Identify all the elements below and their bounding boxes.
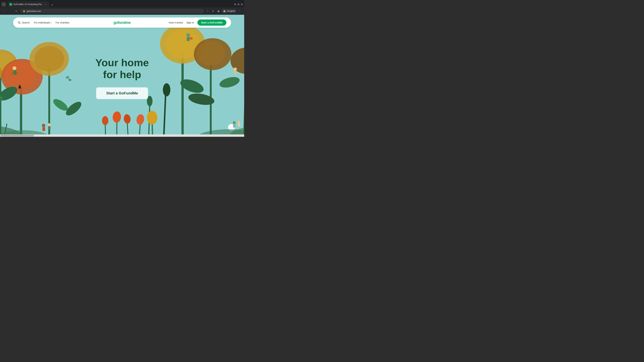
close-button[interactable]: × [241, 3, 243, 5]
hero-title-line1: Your home [95, 57, 149, 68]
website-content: Search For individuals ▾ For charities g… [0, 15, 244, 137]
svg-point-11 [12, 66, 16, 70]
address-bar[interactable]: 🔒 gofundme.com [20, 9, 204, 13]
svg-point-29 [197, 41, 225, 65]
for-charities-link[interactable]: For charities [56, 21, 70, 24]
logo-container[interactable]: gofundme [114, 20, 131, 25]
nav-right: How it works Sign in Start a GoFundMe [169, 19, 226, 26]
svg-point-44 [234, 67, 237, 71]
scrollbar[interactable] [0, 134, 244, 137]
hero-cta-label: Start a GoFundMe [106, 91, 138, 95]
browser-chrome: ⊞ G GoFundMe: #1 Fundraising Pla... × + … [0, 0, 244, 15]
browser-nav-bar: ← → ↻ 🔒 gofundme.com ☆ ⬇ ▣ 🕵 Incognito ⋮ [0, 7, 244, 15]
incognito-label: Incognito [227, 10, 235, 12]
search-link[interactable]: Search [18, 21, 30, 24]
hero-content: Your home for help Start a GoFundMe [95, 57, 149, 99]
split-view-button[interactable]: ▣ [216, 9, 221, 13]
download-button[interactable]: ⬇ [211, 9, 215, 13]
svg-rect-64 [42, 127, 45, 131]
sign-in-label: Sign in [186, 21, 194, 24]
security-icon: 🔒 [23, 10, 25, 12]
svg-point-65 [48, 123, 51, 126]
tab-switcher-button[interactable]: ⊞ [1, 2, 6, 7]
refresh-button[interactable]: ↻ [14, 9, 19, 13]
new-tab-button[interactable]: + [50, 3, 54, 7]
maximize-button[interactable]: □ [238, 3, 240, 5]
bookmark-button[interactable]: ☆ [205, 9, 210, 13]
start-button-label: Start a GoFundMe [201, 21, 223, 24]
title-bar: ⊞ G GoFundMe: #1 Fundraising Pla... × + … [0, 0, 244, 7]
hero-cta-button[interactable]: Start a GoFundMe [96, 87, 148, 99]
tab-title: GoFundMe: #1 Fundraising Pla... [14, 3, 43, 5]
gofundme-logo: gofundme [114, 20, 131, 25]
url-display: gofundme.com [27, 10, 201, 12]
tab-group: G GoFundMe: #1 Fundraising Pla... × + [8, 1, 234, 7]
svg-rect-66 [48, 126, 51, 130]
svg-point-59 [102, 116, 108, 125]
window-controls: − □ × [234, 3, 243, 5]
sign-in-link[interactable]: Sign in [186, 21, 194, 24]
how-it-works-link[interactable]: How it works [169, 21, 183, 24]
search-label: Search [22, 21, 30, 24]
svg-point-21 [34, 46, 64, 71]
svg-point-63 [42, 124, 45, 127]
hero-title-line2: for help [103, 69, 141, 80]
tab-close-button[interactable]: × [44, 3, 47, 6]
nav-actions: ☆ ⬇ ▣ 🕵 Incognito ⋮ [205, 9, 242, 13]
active-tab[interactable]: G GoFundMe: #1 Fundraising Pla... × [8, 1, 49, 7]
minimize-button[interactable]: − [234, 3, 236, 5]
how-it-works-label: How it works [169, 21, 183, 24]
svg-rect-43 [190, 37, 192, 39]
for-charities-label: For charities [56, 21, 70, 24]
svg-line-80 [20, 23, 21, 24]
menu-button[interactable]: ⋮ [238, 9, 242, 13]
chevron-down-icon: ▾ [51, 22, 52, 23]
svg-point-61 [147, 111, 158, 124]
svg-rect-12 [14, 70, 16, 75]
tab-favicon: G [10, 3, 12, 6]
svg-rect-70 [238, 123, 240, 126]
search-icon [18, 21, 21, 24]
hero-title: Your home for help [95, 57, 149, 81]
site-navigation: Search For individuals ▾ For charities g… [13, 17, 231, 28]
svg-point-41 [186, 33, 190, 37]
svg-rect-42 [187, 37, 190, 41]
nav-left: Search For individuals ▾ For charities [18, 21, 169, 24]
scrollbar-thumb[interactable] [0, 135, 34, 136]
for-individuals-label: For individuals [34, 21, 50, 24]
back-button[interactable]: ← [2, 9, 7, 13]
start-gofundme-button[interactable]: Start a GoFundMe [198, 19, 226, 26]
svg-rect-68 [233, 124, 236, 128]
svg-point-69 [238, 121, 240, 123]
incognito-badge: 🕵 Incognito [221, 9, 237, 13]
for-individuals-link[interactable]: For individuals ▾ [34, 21, 52, 24]
forward-button[interactable]: → [8, 9, 13, 13]
svg-point-67 [233, 121, 236, 124]
svg-point-38 [163, 83, 170, 96]
svg-point-16 [19, 85, 21, 87]
